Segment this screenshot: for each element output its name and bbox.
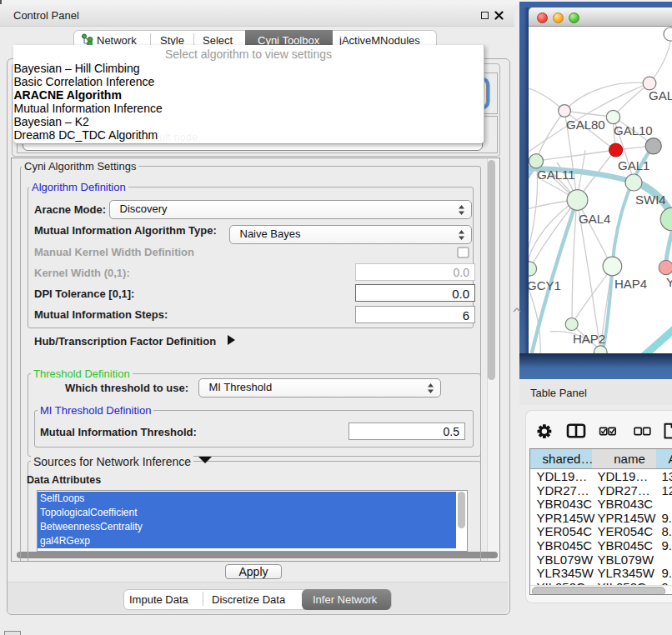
svg-text:GAL4: GAL4: [579, 212, 610, 226]
svg-text:GAL1: GAL1: [618, 158, 649, 172]
svg-text:GAL11: GAL11: [537, 168, 575, 182]
svg-text:GCY1: GCY1: [529, 278, 561, 292]
svg-text:GAL2: GAL2: [649, 88, 672, 102]
svg-text:GAL10: GAL10: [614, 123, 653, 138]
svg-text:Y: Y: [666, 275, 672, 289]
svg-text:HAP4: HAP4: [614, 277, 647, 291]
svg-text:SWI4: SWI4: [635, 192, 666, 207]
svg-text:GAL80: GAL80: [566, 118, 605, 132]
svg-text:HAP2: HAP2: [573, 332, 605, 346]
